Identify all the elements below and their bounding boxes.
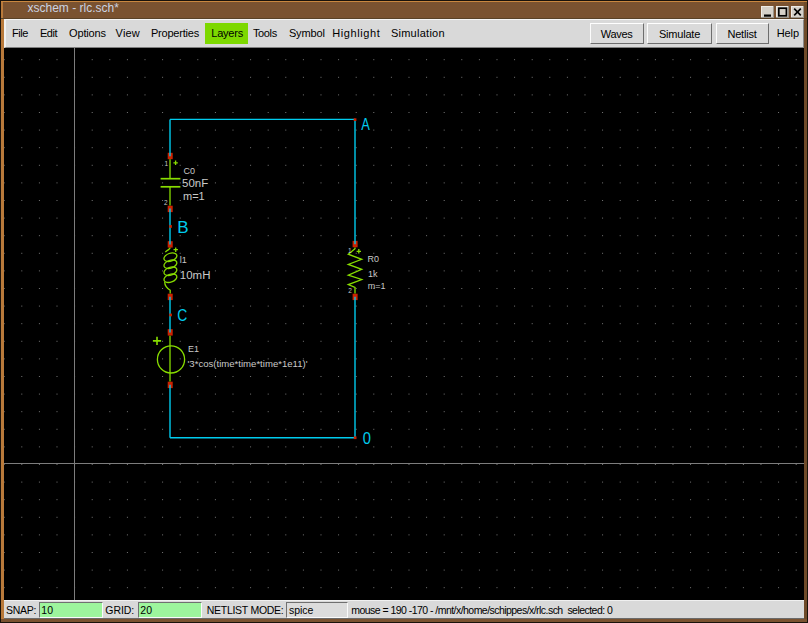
svg-text:m=1: m=1 bbox=[368, 281, 386, 291]
svg-text:2: 2 bbox=[348, 287, 352, 294]
svg-text:m=1: m=1 bbox=[183, 190, 205, 202]
svg-text:'3*cos(time*time*time*1e11)': '3*cos(time*time*time*1e11)' bbox=[188, 357, 308, 368]
svg-text:C0: C0 bbox=[183, 165, 195, 175]
svg-text:1k: 1k bbox=[368, 268, 378, 278]
svg-text:l1: l1 bbox=[180, 255, 187, 265]
svg-text:1: 1 bbox=[348, 247, 352, 254]
svg-text:50nF: 50nF bbox=[182, 177, 208, 189]
svg-text:2: 2 bbox=[164, 198, 168, 205]
svg-text:B: B bbox=[177, 218, 188, 237]
svg-text:C: C bbox=[177, 306, 187, 325]
svg-text:E1: E1 bbox=[188, 344, 199, 354]
svg-text:0: 0 bbox=[363, 429, 371, 448]
svg-text:1: 1 bbox=[165, 160, 169, 167]
svg-text:10mH: 10mH bbox=[180, 268, 211, 280]
svg-text:R0: R0 bbox=[367, 254, 379, 264]
svg-text:A: A bbox=[361, 114, 370, 133]
